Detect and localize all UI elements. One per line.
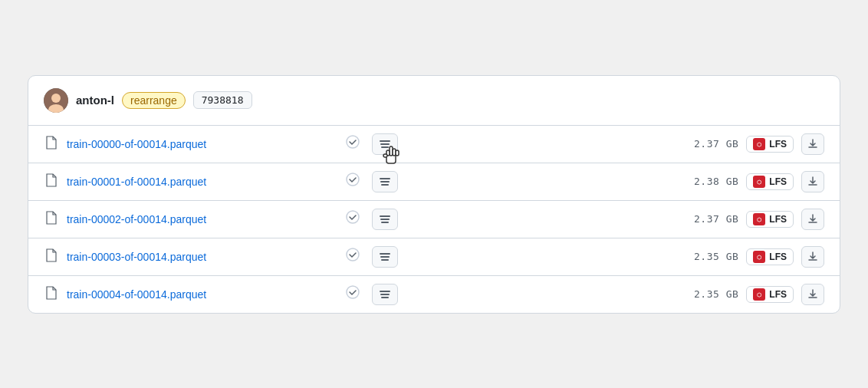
stacks-icon [380,253,390,261]
lfs-badge: ⬡ LFS [746,248,794,265]
avatar [44,88,68,113]
dbt-action-button[interactable] [372,209,398,230]
file-name[interactable]: train-00001-of-00014.parquet [67,176,338,188]
svg-rect-4 [386,153,396,163]
table-row: train-00000-of-00014.parquet [28,126,840,163]
svg-point-15 [347,211,359,223]
file-name[interactable]: train-00000-of-00014.parquet [67,138,338,150]
svg-text:⬡: ⬡ [757,217,761,222]
download-button[interactable] [801,209,824,230]
lfs-text: LFS [769,252,787,262]
file-icon [44,173,59,190]
file-icon [44,211,59,228]
stacks-icon [380,140,390,148]
svg-point-21 [347,286,359,298]
svg-point-1 [51,94,61,103]
svg-text:⬡: ⬡ [757,255,761,260]
file-name[interactable]: train-00004-of-00014.parquet [67,288,338,301]
svg-point-12 [347,173,359,186]
file-browser-card: anton-l rearrange 7938818 train-00000-of… [28,75,840,314]
branch-badge[interactable]: rearrange [122,92,186,109]
file-size: 2.38 GB [685,176,738,187]
file-size: 2.37 GB [685,213,738,225]
username-label: anton-l [76,94,114,107]
download-button[interactable] [801,133,824,155]
table-row: train-00002-of-00014.parquet 2.37 GB [28,201,840,238]
svg-point-3 [347,136,359,148]
dbt-action-button[interactable] [372,246,398,268]
lfs-icon: ⬡ [753,176,765,188]
lfs-text: LFS [769,139,787,150]
check-icon [346,285,364,304]
check-icon [346,173,364,191]
lfs-icon: ⬡ [753,213,765,225]
lfs-badge: ⬡ LFS [746,136,794,153]
check-icon [346,210,364,229]
table-row: train-00001-of-00014.parquet 2.38 GB [28,163,840,201]
dbt-action-button[interactable] [372,284,398,305]
file-size: 2.35 GB [685,288,738,300]
stacks-icon [380,178,390,186]
lfs-text: LFS [769,214,787,225]
download-button[interactable] [801,171,824,192]
svg-rect-8 [386,150,390,156]
stacks-icon [380,291,390,298]
file-size: 2.35 GB [685,251,738,262]
file-size: 2.37 GB [685,138,738,150]
file-icon [44,136,59,153]
table-row: train-00003-of-00014.parquet 2.35 GB [28,238,840,276]
commit-header: anton-l rearrange 7938818 [28,76,840,126]
lfs-badge: ⬡ LFS [746,173,794,190]
download-button[interactable] [801,246,824,268]
lfs-icon: ⬡ [753,251,765,263]
dbt-action-button[interactable] [372,171,398,192]
commit-hash-badge[interactable]: 7938818 [193,91,252,109]
svg-text:⬡: ⬡ [757,292,761,298]
file-icon [44,248,59,265]
lfs-badge: ⬡ LFS [746,286,794,303]
check-icon [346,248,364,266]
file-list: train-00000-of-00014.parquet [28,126,840,313]
svg-rect-9 [383,154,387,157]
lfs-text: LFS [769,176,787,187]
file-name[interactable]: train-00002-of-00014.parquet [67,213,338,225]
download-button[interactable] [801,284,824,305]
stacks-icon [380,215,390,223]
check-icon [346,135,364,153]
table-row: train-00004-of-00014.parquet 2.35 GB [28,276,840,313]
svg-rect-7 [396,150,399,156]
svg-rect-6 [393,149,396,156]
svg-point-18 [347,248,359,261]
svg-text:⬡: ⬡ [757,179,761,185]
lfs-text: LFS [769,289,787,300]
file-icon [44,286,59,303]
dbt-action-button[interactable] [372,133,398,155]
file-name[interactable]: train-00003-of-00014.parquet [67,251,338,263]
lfs-icon: ⬡ [753,138,765,150]
lfs-icon: ⬡ [753,288,765,301]
svg-text:⬡: ⬡ [757,142,761,147]
lfs-badge: ⬡ LFS [746,211,794,228]
